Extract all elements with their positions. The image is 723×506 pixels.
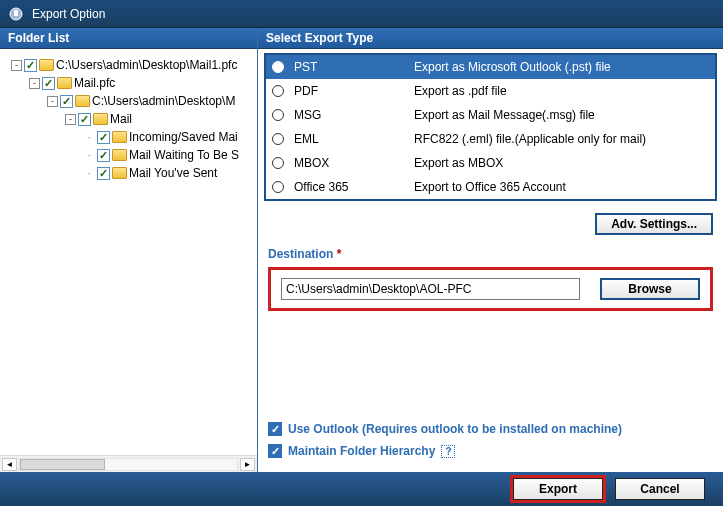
export-type-pst[interactable]: PSTExport as Microsoft Outlook (.pst) fi… [266, 55, 715, 79]
export-type-list: PSTExport as Microsoft Outlook (.pst) fi… [264, 53, 717, 201]
scroll-right-button[interactable]: ► [240, 458, 255, 471]
tree-checkbox[interactable] [42, 77, 55, 90]
export-type-desc: RFC822 (.eml) file.(Applicable only for … [414, 132, 709, 146]
app-icon [8, 6, 24, 22]
tree-node-label: Mail.pfc [74, 76, 115, 90]
export-type-name: MSG [294, 108, 404, 122]
tree-checkbox[interactable] [60, 95, 73, 108]
scroll-left-button[interactable]: ◄ [2, 458, 17, 471]
collapse-icon[interactable]: - [47, 96, 58, 107]
scroll-thumb[interactable] [20, 459, 105, 470]
use-outlook-option[interactable]: Use Outlook (Requires outlook to be inst… [268, 422, 713, 436]
export-type-desc: Export as Microsoft Outlook (.pst) file [414, 60, 709, 74]
tree-connector-icon: · [83, 131, 95, 143]
folder-icon [75, 95, 90, 107]
collapse-icon[interactable]: - [65, 114, 76, 125]
export-type-eml[interactable]: EMLRFC822 (.eml) file.(Applicable only f… [266, 127, 715, 151]
checkbox-checked-icon[interactable] [268, 422, 282, 436]
browse-button[interactable]: Browse [600, 278, 700, 300]
export-type-mbox[interactable]: MBOXExport as MBOX [266, 151, 715, 175]
folder-list-header: Folder List [0, 28, 257, 49]
export-button[interactable]: Export [513, 478, 603, 500]
collapse-icon[interactable]: - [11, 60, 22, 71]
radio-icon[interactable] [272, 181, 284, 193]
svg-rect-1 [14, 10, 18, 16]
help-icon[interactable]: ? [441, 445, 455, 458]
tree-node-label: Mail You've Sent [129, 166, 217, 180]
tree-connector-icon: · [83, 149, 95, 161]
tree-node[interactable]: ·Mail Waiting To Be S [5, 146, 252, 164]
folder-icon [57, 77, 72, 89]
maintain-hierarchy-label: Maintain Folder Hierarchy [288, 444, 435, 458]
cancel-button[interactable]: Cancel [615, 478, 705, 500]
radio-icon[interactable] [272, 109, 284, 121]
destination-label: Destination * [268, 247, 713, 261]
folder-list-pane: Folder List -C:\Users\admin\Desktop\Mail… [0, 28, 258, 472]
export-type-header: Select Export Type [258, 28, 723, 49]
use-outlook-label: Use Outlook (Requires outlook to be inst… [288, 422, 622, 436]
folder-icon [112, 131, 127, 143]
export-type-name: EML [294, 132, 404, 146]
tree-node[interactable]: -Mail [5, 110, 252, 128]
export-type-desc: Export as .pdf file [414, 84, 709, 98]
export-type-msg[interactable]: MSGExport as Mail Message(.msg) file [266, 103, 715, 127]
tree-node[interactable]: ·Incoming/Saved Mai [5, 128, 252, 146]
radio-icon[interactable] [272, 157, 284, 169]
tree-checkbox[interactable] [78, 113, 91, 126]
export-type-office-365[interactable]: Office 365Export to Office 365 Account [266, 175, 715, 199]
adv-settings-button[interactable]: Adv. Settings... [595, 213, 713, 235]
tree-node[interactable]: -C:\Users\admin\Desktop\Mail1.pfc [5, 56, 252, 74]
export-type-name: Office 365 [294, 180, 404, 194]
export-type-pdf[interactable]: PDFExport as .pdf file [266, 79, 715, 103]
tree-node[interactable]: -C:\Users\admin\Desktop\M [5, 92, 252, 110]
tree-checkbox[interactable] [24, 59, 37, 72]
tree-node[interactable]: -Mail.pfc [5, 74, 252, 92]
checkbox-checked-icon[interactable] [268, 444, 282, 458]
maintain-hierarchy-option[interactable]: Maintain Folder Hierarchy ? [268, 444, 713, 458]
tree-node[interactable]: ·Mail You've Sent [5, 164, 252, 182]
footer-bar: Export Cancel [0, 472, 723, 506]
folder-icon [93, 113, 108, 125]
folder-icon [39, 59, 54, 71]
tree-node-label: Mail Waiting To Be S [129, 148, 239, 162]
tree-node-label: Mail [110, 112, 132, 126]
destination-input[interactable] [281, 278, 580, 300]
tree-connector-icon: · [83, 167, 95, 179]
h-scrollbar[interactable]: ◄ ► [0, 455, 257, 472]
tree-node-label: Incoming/Saved Mai [129, 130, 238, 144]
tree-checkbox[interactable] [97, 149, 110, 162]
folder-icon [112, 167, 127, 179]
export-type-desc: Export to Office 365 Account [414, 180, 709, 194]
export-type-name: PDF [294, 84, 404, 98]
tree-checkbox[interactable] [97, 167, 110, 180]
folder-icon [112, 149, 127, 161]
titlebar: Export Option [0, 0, 723, 28]
export-type-name: PST [294, 60, 404, 74]
window-title: Export Option [32, 7, 105, 21]
radio-icon[interactable] [272, 133, 284, 145]
collapse-icon[interactable]: - [29, 78, 40, 89]
export-type-desc: Export as Mail Message(.msg) file [414, 108, 709, 122]
destination-row: Browse [268, 267, 713, 311]
folder-tree[interactable]: -C:\Users\admin\Desktop\Mail1.pfc-Mail.p… [2, 51, 255, 453]
radio-icon[interactable] [272, 61, 284, 73]
tree-node-label: C:\Users\admin\Desktop\M [92, 94, 235, 108]
radio-icon[interactable] [272, 85, 284, 97]
main-split: Folder List -C:\Users\admin\Desktop\Mail… [0, 28, 723, 472]
tree-checkbox[interactable] [97, 131, 110, 144]
export-pane: Select Export Type PSTExport as Microsof… [258, 28, 723, 472]
export-type-name: MBOX [294, 156, 404, 170]
export-type-desc: Export as MBOX [414, 156, 709, 170]
scroll-track[interactable] [19, 458, 238, 471]
tree-node-label: C:\Users\admin\Desktop\Mail1.pfc [56, 58, 237, 72]
